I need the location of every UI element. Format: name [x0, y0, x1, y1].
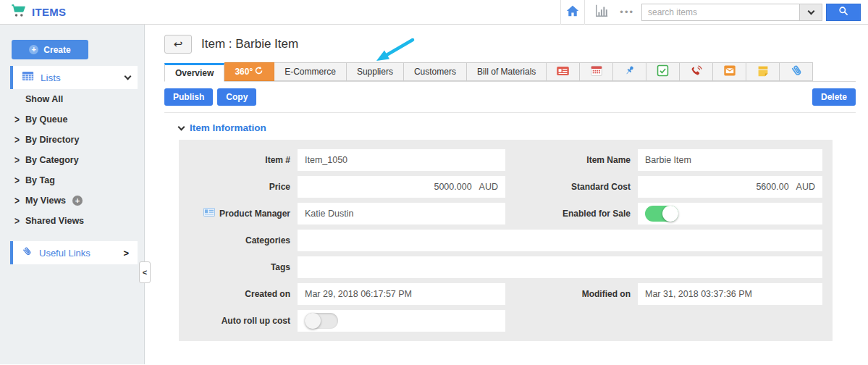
- search-button[interactable]: [826, 4, 861, 21]
- create-button-label: Create: [43, 45, 70, 55]
- page-title: Item : Barbie Item: [201, 37, 298, 51]
- search-scope-dropdown[interactable]: [799, 4, 822, 21]
- item-name-label: Item Name: [513, 149, 631, 171]
- price-field[interactable]: 5000.000 AUD: [298, 176, 505, 198]
- item-name-field[interactable]: Barbie Item: [638, 149, 822, 171]
- action-bar: Publish Copy Delete: [164, 88, 856, 113]
- categories-field[interactable]: [298, 230, 822, 251]
- product-manager-label: Product Manager: [189, 203, 290, 225]
- tab-email[interactable]: [713, 62, 746, 81]
- tab-details-card[interactable]: [547, 62, 580, 81]
- tab-suppliers[interactable]: Suppliers: [347, 62, 404, 81]
- sidebar-item-label: My Views: [25, 196, 66, 206]
- sidebar-item-by-tag[interactable]: > By Tag: [0, 170, 144, 190]
- attachment-icon: [790, 64, 803, 80]
- cart-icon: [10, 4, 26, 21]
- more-options-button[interactable]: •••: [620, 7, 634, 17]
- tab-calls[interactable]: [680, 62, 713, 81]
- sidebar-item-by-queue[interactable]: > By Queue: [0, 109, 144, 130]
- search-input[interactable]: [641, 4, 799, 21]
- calendar-icon: [590, 64, 603, 79]
- created-on-field[interactable]: Mar 29, 2018 06:17:57 PM: [298, 283, 505, 305]
- item-number-label: Item #: [189, 149, 290, 171]
- home-button[interactable]: [560, 0, 585, 25]
- sidebar-item-label: By Directory: [25, 135, 79, 145]
- tab-tasks[interactable]: [646, 62, 680, 81]
- delete-button[interactable]: Delete: [812, 88, 856, 106]
- auto-roll-up-cost-label: Auto roll up cost: [189, 310, 290, 332]
- sidebar-item-by-category[interactable]: > By Category: [0, 150, 144, 170]
- auto-roll-up-cost-field: [298, 310, 505, 332]
- chevron-down-icon: [807, 7, 814, 14]
- product-manager-field[interactable]: Katie Dustin: [298, 203, 505, 225]
- sidebar-item-by-directory[interactable]: > By Directory: [0, 130, 144, 150]
- sidebar-item-useful-links[interactable]: Useful Links >: [10, 241, 138, 264]
- search-icon: [838, 5, 849, 20]
- idcard-icon: [556, 65, 570, 79]
- sidebar-item-shared-views[interactable]: > Shared Views: [0, 211, 144, 231]
- created-on-label: Created on: [189, 283, 290, 305]
- tab-bill-of-materials[interactable]: Bill of Materials: [467, 62, 547, 81]
- app-title: ITEMS: [32, 6, 66, 18]
- sidebar-item-label: By Category: [25, 155, 79, 165]
- standard-cost-label: Standard Cost: [513, 176, 631, 198]
- tab-360-view[interactable]: 360°: [224, 62, 274, 81]
- section-title: Item Information: [190, 122, 266, 133]
- enabled-for-sale-label: Enabled for Sale: [513, 203, 631, 225]
- modified-on-field[interactable]: Mar 31, 2018 03:37:36 PM: [638, 283, 822, 305]
- price-label: Price: [189, 176, 290, 198]
- auto-roll-up-cost-toggle[interactable]: [305, 313, 338, 329]
- mail-icon: [723, 64, 736, 79]
- add-view-icon[interactable]: +: [72, 196, 83, 206]
- sidebar-item-label: By Tag: [25, 175, 55, 185]
- sidebar-item-my-views[interactable]: > My Views +: [0, 190, 144, 211]
- item-information-section-toggle[interactable]: Item Information: [179, 122, 856, 133]
- app-brand[interactable]: ITEMS: [10, 4, 66, 21]
- tab-overview[interactable]: Overview: [164, 63, 224, 82]
- task-check-icon: [657, 64, 669, 79]
- chart-button[interactable]: [591, 4, 612, 21]
- contact-card-icon: [203, 203, 215, 225]
- plus-circle-icon: +: [29, 45, 38, 54]
- main-content: ↩ Item : Barbie Item Overview 360° E-Com…: [145, 25, 868, 364]
- chevron-right-icon: >: [14, 215, 20, 227]
- publish-button[interactable]: Publish: [164, 88, 213, 106]
- tab-customers[interactable]: Customers: [404, 62, 467, 81]
- price-currency: AUD: [479, 182, 498, 192]
- home-icon: [565, 4, 580, 20]
- tab-attachments[interactable]: [780, 62, 813, 81]
- enabled-for-sale-toggle[interactable]: [645, 206, 678, 222]
- tab-pinned[interactable]: [613, 62, 646, 81]
- top-header: ITEMS •••: [0, 0, 868, 25]
- chevron-right-icon: >: [14, 134, 20, 146]
- sidebar-item-label: By Queue: [25, 114, 67, 125]
- tab-ecommerce[interactable]: E-Commerce: [274, 62, 347, 81]
- tags-label: Tags: [189, 256, 290, 278]
- categories-label: Categories: [189, 230, 290, 251]
- sidebar-item-lists[interactable]: Lists: [10, 66, 138, 89]
- sidebar-item-label: Show All: [25, 94, 63, 104]
- bar-chart-icon: [594, 4, 610, 21]
- item-information-panel: Item # Item_1050 Item Name Barbie Item P…: [179, 140, 833, 341]
- pushpin-icon: [623, 64, 636, 79]
- copy-button[interactable]: Copy: [217, 88, 256, 106]
- item-number-field[interactable]: Item_1050: [298, 149, 505, 171]
- tab-notes[interactable]: [746, 62, 780, 81]
- standard-cost-field[interactable]: 5600.00 AUD: [638, 176, 822, 198]
- create-button[interactable]: + Create: [12, 40, 88, 59]
- sidebar-item-show-all[interactable]: Show All: [0, 89, 144, 109]
- tab-bar: Overview 360° E-Commerce Suppliers Custo…: [164, 62, 856, 82]
- back-button[interactable]: ↩: [164, 35, 192, 54]
- tags-field[interactable]: [298, 256, 822, 278]
- phone-icon: [689, 64, 703, 79]
- tab-calendar[interactable]: [580, 62, 613, 81]
- sidebar-item-label: Shared Views: [25, 216, 84, 226]
- sidebar: + Create Lists Show All > By Queue > By …: [0, 25, 145, 364]
- chevron-right-icon: >: [14, 114, 20, 125]
- sidebar-item-label: Useful Links: [39, 248, 123, 259]
- chevron-right-icon: >: [14, 154, 20, 166]
- chevron-down-icon: [125, 73, 132, 80]
- paperclip-icon: [22, 246, 33, 260]
- standard-cost-currency: AUD: [796, 182, 815, 192]
- sidebar-collapse-handle[interactable]: <: [139, 261, 151, 283]
